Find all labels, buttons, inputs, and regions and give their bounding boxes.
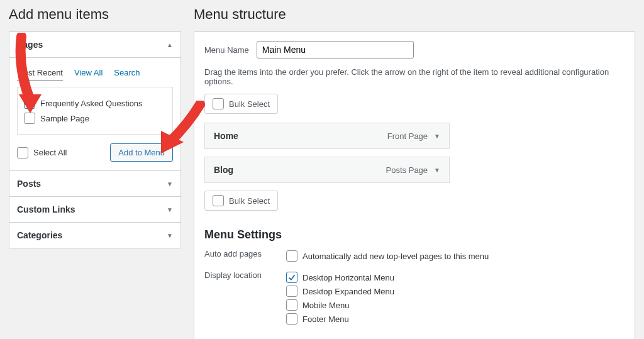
- menu-item-label: Home: [214, 131, 238, 141]
- display-option-label: Desktop Expanded Menu: [303, 287, 394, 296]
- checkbox-icon: [286, 272, 297, 283]
- display-option-desktop-expanded[interactable]: Desktop Expanded Menu: [286, 286, 394, 297]
- page-item-label: Frequently Asked Questions: [40, 99, 143, 108]
- checkbox-icon: [213, 98, 224, 109]
- caret-down-icon: ▼: [434, 167, 440, 174]
- bulk-select-label: Bulk Select: [229, 196, 270, 206]
- display-option-mobile[interactable]: Mobile Menu: [286, 299, 394, 311]
- auto-add-label: Auto add pages: [204, 248, 286, 264]
- accordion-pages[interactable]: Pages ▲: [9, 32, 180, 58]
- page-item-faq[interactable]: Frequently Asked Questions: [24, 97, 166, 109]
- caret-down-icon: ▼: [434, 133, 440, 140]
- accordion-pages-label: Pages: [17, 40, 43, 50]
- menu-structure-heading: Menu structure: [194, 6, 635, 23]
- add-items-heading: Add menu items: [9, 6, 181, 23]
- display-option-label: Mobile Menu: [303, 301, 349, 310]
- display-location-label: Display location: [204, 269, 286, 327]
- accordion-posts[interactable]: Posts ▼: [9, 171, 180, 197]
- display-option-label: Footer Menu: [303, 314, 349, 324]
- bulk-select-top[interactable]: Bulk Select: [204, 94, 278, 114]
- checkbox-icon: [286, 250, 297, 262]
- display-option-label: Desktop Horizontal Menu: [303, 273, 394, 282]
- display-option-desktop-horizontal[interactable]: Desktop Horizontal Menu: [286, 272, 394, 283]
- tab-view-all[interactable]: View All: [74, 65, 103, 81]
- menu-item-label: Blog: [214, 165, 233, 175]
- auto-add-option-label: Automatically add new top-level pages to…: [303, 252, 489, 261]
- add-to-menu-button[interactable]: Add to Menu: [110, 143, 173, 162]
- caret-down-icon: ▼: [167, 181, 173, 187]
- menu-item-type: Front Page: [387, 131, 428, 141]
- menu-settings-heading: Menu Settings: [204, 228, 625, 242]
- checkbox-icon: [286, 313, 297, 325]
- accordion-posts-label: Posts: [17, 179, 41, 189]
- accordion-categories[interactable]: Categories ▼: [9, 223, 180, 248]
- accordion-custom-label: Custom Links: [17, 204, 75, 214]
- select-all[interactable]: Select All: [17, 147, 67, 158]
- help-text: Drag the items into the order you prefer…: [204, 67, 625, 86]
- page-item-sample[interactable]: Sample Page: [24, 113, 166, 124]
- accordion-categories-label: Categories: [17, 230, 62, 240]
- checkbox-icon: [213, 195, 224, 206]
- checkbox-icon: [286, 286, 297, 297]
- auto-add-option[interactable]: Automatically add new top-level pages to…: [286, 250, 489, 262]
- checkbox-icon: [24, 113, 35, 124]
- display-option-footer[interactable]: Footer Menu: [286, 313, 394, 325]
- menu-name-input[interactable]: [257, 41, 414, 58]
- tab-most-recent[interactable]: Most Recent: [17, 65, 63, 81]
- checkbox-icon: [24, 97, 35, 109]
- checkbox-icon: [286, 299, 297, 311]
- caret-down-icon: ▼: [167, 232, 173, 239]
- menu-item-blog[interactable]: Blog Posts Page ▼: [204, 157, 450, 183]
- checkbox-icon: [17, 147, 28, 158]
- menu-name-label: Menu Name: [204, 45, 249, 55]
- menu-item-home[interactable]: Home Front Page ▼: [204, 123, 450, 149]
- page-item-label: Sample Page: [40, 114, 89, 123]
- select-all-label: Select All: [33, 148, 67, 157]
- accordion-custom-links[interactable]: Custom Links ▼: [9, 197, 180, 223]
- bulk-select-bottom[interactable]: Bulk Select: [204, 191, 278, 211]
- bulk-select-label: Bulk Select: [229, 99, 270, 109]
- tab-search[interactable]: Search: [114, 65, 140, 81]
- caret-up-icon: ▲: [167, 42, 173, 48]
- menu-item-type: Posts Page: [386, 165, 428, 175]
- caret-down-icon: ▼: [167, 206, 173, 213]
